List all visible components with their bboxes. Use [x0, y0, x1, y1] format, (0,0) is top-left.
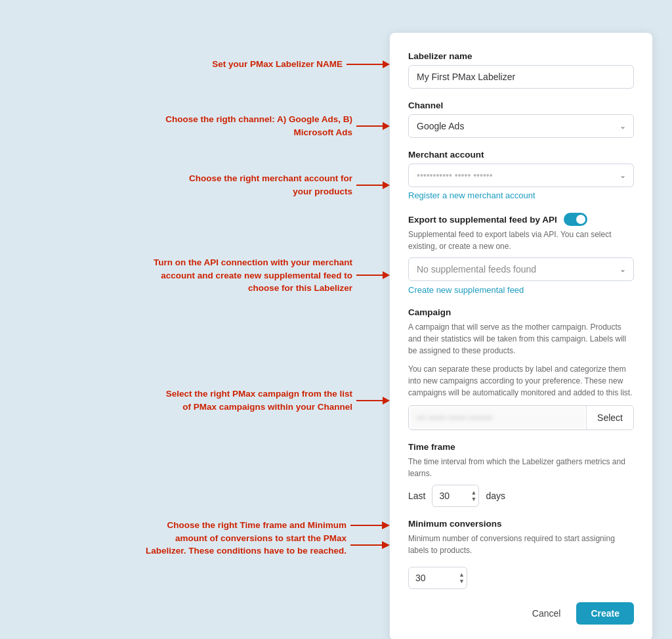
svg-marker-1	[382, 521, 390, 529]
timeframe-spinners: ▲ ▼	[471, 490, 477, 502]
min-conversions-down-btn[interactable]: ▼	[459, 579, 465, 584]
campaign-label: Campaign	[408, 307, 634, 317]
arrow-merchant	[356, 181, 390, 189]
timeframe-prefix: Last	[408, 491, 425, 501]
merchant-select-wrapper: ••••••••••• ••••• •••••• ⌄	[408, 164, 634, 187]
campaign-select-area: ••• •••••• •••••• •••••••• Select	[408, 405, 634, 430]
timeframe-group: Time frame The time interval from which …	[408, 442, 634, 507]
campaign-hint-2: You can separate these products by label…	[408, 363, 634, 399]
arrow-name	[346, 60, 390, 68]
campaign-display: ••• •••••• •••••• ••••••••	[409, 407, 586, 430]
supplemental-hint: Supplemental feed to export labels via A…	[408, 229, 634, 252]
supplemental-dropdown[interactable]: No supplemental feeds found	[408, 257, 634, 281]
min-conversions-group: Minimum conversions Minimum number of co…	[408, 519, 634, 589]
annotation-channel: Choose the rigth channel: A) Google Ads,…	[20, 113, 390, 139]
supplemental-toggle[interactable]	[564, 213, 587, 226]
form-panel: Labelizer name Channel Google Ads Micros…	[390, 33, 652, 639]
arrow-campaign	[356, 397, 390, 405]
min-conversions-up-btn[interactable]: ▲	[459, 572, 465, 578]
timeframe-input-wrapper: ▲ ▼	[432, 485, 479, 507]
annotation-api: Turn on the API connection with your mer…	[20, 256, 390, 295]
labelizer-name-input[interactable]	[408, 65, 634, 89]
cancel-button[interactable]: Cancel	[524, 603, 569, 624]
min-conversions-label: Minimum conversions	[408, 519, 634, 529]
merchant-label: Merchant account	[408, 150, 634, 160]
timeframe-up-btn[interactable]: ▲	[471, 490, 477, 496]
merchant-group: Merchant account ••••••••••• ••••• •••••…	[408, 150, 634, 201]
svg-marker-3	[382, 541, 390, 549]
toggle-knob	[576, 215, 585, 224]
arrow-channel	[356, 122, 390, 130]
timeframe-hint: The time interval from which the Labeliz…	[408, 456, 634, 479]
supplemental-toggle-row: Export to supplemental feed by API	[408, 213, 634, 226]
campaign-select-button[interactable]: Select	[586, 406, 633, 430]
form-actions: Cancel Create	[408, 602, 634, 625]
min-conversions-spinners: ▲ ▼	[459, 572, 465, 584]
channel-group: Channel Google Ads Microsoft Ads ⌄	[408, 100, 634, 138]
create-feed-link[interactable]: Create new supplemental feed	[408, 285, 524, 295]
annotation-merchant: Choose the right merchant account for yo…	[20, 172, 390, 198]
labelizer-name-group: Labelizer name	[408, 51, 634, 89]
timeframe-row: Last ▲ ▼ days	[408, 485, 634, 507]
supplemental-group: Export to supplemental feed by API Suppl…	[408, 213, 634, 296]
timeframe-suffix: days	[486, 491, 505, 501]
supplemental-dropdown-wrapper: No supplemental feeds found ⌄	[408, 257, 634, 281]
timeframe-down-btn[interactable]: ▼	[471, 496, 477, 502]
min-conversions-input-wrapper: ▲ ▼	[408, 567, 467, 589]
arrow-timeframe-group	[350, 519, 390, 558]
campaign-group: Campaign A campaign that will serve as t…	[408, 307, 634, 430]
timeframe-label: Time frame	[408, 442, 634, 452]
arrow-api	[356, 271, 390, 279]
min-conversions-hint: Minimum number of conversions required t…	[408, 533, 634, 556]
channel-select-wrapper: Google Ads Microsoft Ads ⌄	[408, 114, 634, 138]
labelizer-name-label: Labelizer name	[408, 51, 634, 61]
arrow-timeframe-svg	[350, 519, 390, 552]
channel-select[interactable]: Google Ads Microsoft Ads	[408, 114, 634, 138]
supplemental-label: Export to supplemental feed by API	[408, 215, 557, 225]
register-merchant-link[interactable]: Register a new merchant account	[408, 190, 536, 200]
merchant-select[interactable]: ••••••••••• ••••• ••••••	[408, 164, 634, 187]
create-button[interactable]: Create	[576, 602, 634, 625]
campaign-hint-1: A campaign that will serve as the mother…	[408, 321, 634, 357]
channel-label: Channel	[408, 100, 634, 110]
annotation-timeframe: Choose the right Time frame and Minimum …	[20, 519, 390, 558]
annotation-name: Set your PMax Labelizer NAME	[20, 58, 390, 71]
annotation-campaign: Select the right PMax campaign from the …	[20, 387, 390, 413]
